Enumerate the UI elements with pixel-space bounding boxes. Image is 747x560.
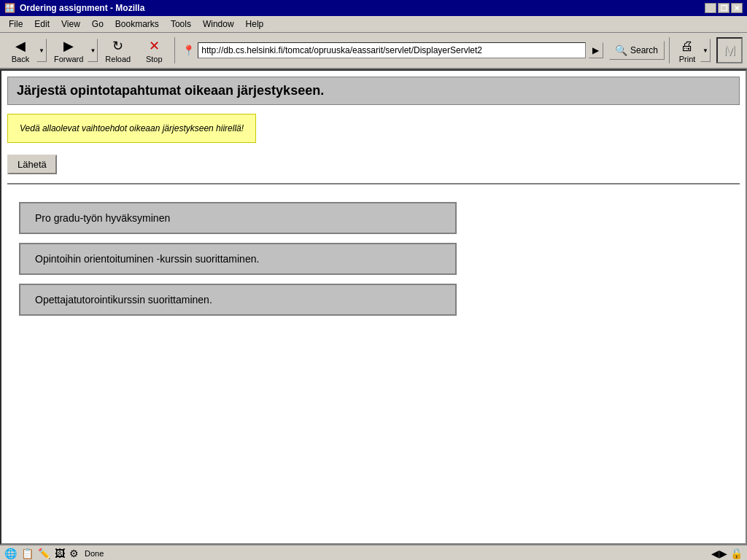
draggable-list: Pro gradu-työn hyväksyminen Opintoihin o… bbox=[7, 196, 740, 322]
restore-button[interactable]: ❐ bbox=[718, 3, 729, 13]
status-icon-5[interactable]: ⚙ bbox=[69, 548, 79, 559]
menu-view[interactable]: View bbox=[55, 18, 86, 31]
drag-item-2[interactable]: Opintoihin orientoituminen -kurssin suor… bbox=[19, 243, 457, 275]
print-icon: 🖨 bbox=[678, 37, 696, 55]
status-icon-3[interactable]: ✏️ bbox=[38, 548, 50, 559]
menu-edit[interactable]: Edit bbox=[28, 18, 55, 31]
url-input[interactable] bbox=[198, 42, 586, 58]
divider bbox=[7, 183, 740, 184]
bookmark-icon-area: M bbox=[716, 37, 743, 63]
status-icons: 🌐 📋 ✏️ 🖼 ⚙ bbox=[4, 548, 79, 559]
print-area: 🖨 Print ▼ bbox=[674, 36, 711, 65]
status-bar: 🌐 📋 ✏️ 🖼 ⚙ Done ◀▶ 🔒 bbox=[0, 545, 747, 560]
page-content: Järjestä opintotapahtumat oikeaan järjes… bbox=[1, 71, 746, 327]
menu-go[interactable]: Go bbox=[86, 18, 109, 31]
location-icon: 📍 bbox=[182, 44, 195, 56]
back-button[interactable]: ◀ Back bbox=[4, 36, 36, 65]
browser-window: Järjestä opintotapahtumat oikeaan järjes… bbox=[0, 69, 747, 545]
toolbar: ◀ Back ▼ ▶ Forward ▼ ↻ Reload ✕ Stop 📍 bbox=[0, 33, 747, 69]
close-button[interactable]: ✕ bbox=[731, 3, 743, 13]
menu-tools[interactable]: Tools bbox=[165, 18, 197, 31]
instruction-text: Vedä allaolevat vaihtoehdot oikeaan järj… bbox=[20, 123, 244, 133]
reload-icon: ↻ bbox=[109, 37, 127, 55]
status-icon-4[interactable]: 🖼 bbox=[55, 548, 65, 559]
stop-icon: ✕ bbox=[145, 37, 163, 55]
menu-bookmarks[interactable]: Bookmarks bbox=[109, 18, 165, 31]
status-text: Done bbox=[85, 549, 705, 558]
search-button[interactable]: 🔍 Search bbox=[609, 41, 665, 60]
drag-item-3[interactable]: Opettajatutorointikurssin suorittaminen. bbox=[19, 284, 457, 316]
back-icon: ◀ bbox=[12, 37, 29, 55]
toolbar-separator bbox=[174, 37, 175, 63]
submit-button[interactable]: Lähetä bbox=[7, 155, 57, 174]
stop-button[interactable]: ✕ Stop bbox=[138, 36, 170, 65]
toolbar-separator-2 bbox=[669, 37, 670, 63]
status-right: ◀▶ 🔒 bbox=[711, 548, 743, 559]
instruction-box: Vedä allaolevat vaihtoehdot oikeaan järj… bbox=[7, 114, 256, 143]
window-title: Ordering assignment - Mozilla bbox=[20, 3, 144, 13]
back-dropdown[interactable]: ▼ bbox=[36, 39, 47, 62]
forward-dropdown[interactable]: ▼ bbox=[88, 39, 98, 62]
menu-file[interactable]: File bbox=[3, 18, 28, 31]
minimize-button[interactable]: _ bbox=[705, 3, 716, 13]
status-icon-2[interactable]: 📋 bbox=[21, 548, 34, 559]
address-bar: 📍 ▶ bbox=[182, 42, 603, 58]
reload-button[interactable]: ↻ Reload bbox=[101, 36, 135, 65]
print-dropdown[interactable]: ▼ bbox=[700, 39, 711, 62]
forward-button[interactable]: ▶ Forward bbox=[50, 36, 88, 65]
menu-help[interactable]: Help bbox=[240, 18, 270, 31]
title-bar: 🪟 Ordering assignment - Mozilla _ ❐ ✕ bbox=[0, 0, 747, 16]
forward-icon: ▶ bbox=[60, 37, 77, 55]
status-right-icon-1[interactable]: ◀▶ bbox=[711, 548, 727, 559]
status-icon-1[interactable]: 🌐 bbox=[4, 548, 17, 559]
status-right-icon-2[interactable]: 🔒 bbox=[730, 548, 743, 559]
search-icon: 🔍 bbox=[616, 44, 627, 56]
drag-item-1[interactable]: Pro gradu-työn hyväksyminen bbox=[19, 202, 457, 234]
print-button[interactable]: 🖨 Print bbox=[674, 36, 700, 65]
menu-bar: File Edit View Go Bookmarks Tools Window… bbox=[0, 16, 747, 33]
menu-window[interactable]: Window bbox=[197, 18, 240, 31]
mozilla-icon: M bbox=[724, 42, 736, 59]
go-button[interactable]: ▶ bbox=[589, 42, 603, 58]
page-title: Järjestä opintotapahtumat oikeaan järjes… bbox=[17, 83, 324, 98]
window-icon: 🪟 bbox=[4, 3, 15, 13]
page-title-bar: Järjestä opintotapahtumat oikeaan järjes… bbox=[7, 77, 740, 105]
